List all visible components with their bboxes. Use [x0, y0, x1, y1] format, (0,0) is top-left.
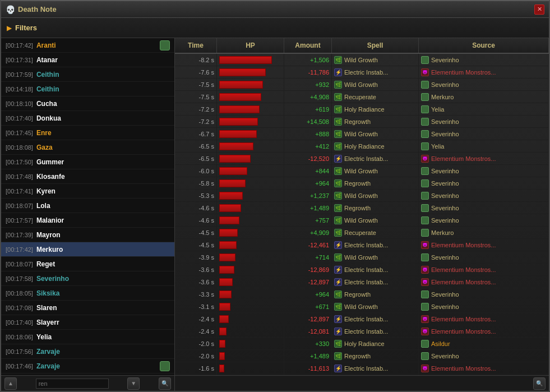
spell-icon: ⚡ — [334, 365, 342, 372]
main-content: [00:17:42]Aranti[00:17:31]Atanar[00:17:5… — [1, 38, 549, 375]
bottom-right-icon[interactable]: 🔍 — [533, 377, 546, 390]
player-name: Malanior — [36, 216, 64, 224]
player-row[interactable]: [00:17:45]Enre — [1, 126, 174, 140]
table-row[interactable]: -6.5 s-12,520⚡Electric Instab...👿Element… — [175, 153, 549, 165]
table-row[interactable]: -3.1 s+671🌿Wild GrowthSeverinho — [175, 301, 549, 313]
table-row[interactable]: -3.6 s-12,897⚡Electric Instab...👿Element… — [175, 276, 549, 288]
spell-name: Wild Growth — [344, 57, 378, 63]
event-time: -2.0 s — [175, 350, 217, 362]
player-name: Slaren — [36, 304, 57, 312]
table-row[interactable]: -7.5 s+932🌿Wild GrowthSeverinho — [175, 79, 549, 91]
event-amount: +888 — [284, 128, 332, 140]
table-row[interactable]: -4.5 s+4,909🌿RecuperateMerkuro — [175, 227, 549, 239]
table-row[interactable]: -6.5 s+412🌿Holy RadianceYelia — [175, 140, 549, 153]
player-row[interactable]: [00:18:05]Siksika — [1, 286, 174, 301]
player-time: [00:17:42] — [6, 42, 33, 49]
player-row[interactable]: [00:17:57]Malanior — [1, 213, 174, 228]
table-row[interactable]: -1.6 s-11,613⚡Electric Instab...👿Element… — [175, 362, 549, 375]
col-header-time: Time — [175, 38, 217, 53]
player-row[interactable]: [00:17:31]Atanar — [1, 53, 174, 67]
table-row[interactable]: -2.4 s-12,897⚡Electric Instab...👿Element… — [175, 313, 549, 325]
event-amount: -12,897 — [284, 313, 332, 325]
table-row[interactable]: -2.4 s-12,081⚡Electric Instab...👿Element… — [175, 325, 549, 338]
table-row[interactable]: -3.9 s+714🌿Wild GrowthSeverinho — [175, 251, 549, 264]
spell-name: Wild Growth — [344, 131, 378, 137]
event-hp-bar — [217, 214, 284, 226]
event-time: -7.6 s — [175, 66, 217, 78]
event-spell: ⚡Electric Instab... — [332, 362, 419, 374]
player-row[interactable]: [00:17:39]Mayron — [1, 228, 174, 242]
table-row[interactable]: -4.6 s+757🌿Wild GrowthSeverinho — [175, 214, 549, 227]
player-row[interactable]: [00:17:40]Donkua — [1, 111, 174, 126]
player-row[interactable]: [00:17:56]Zarvaje — [1, 344, 174, 359]
player-row[interactable]: [00:18:10]Cucha — [1, 96, 174, 111]
spell-icon: ⚡ — [334, 266, 342, 274]
bottom-left-icon[interactable]: 🔍 — [159, 377, 171, 390]
table-row[interactable]: -6.7 s+888🌿Wild GrowthSeverinho — [175, 128, 549, 140]
player-row[interactable]: [00:17:42]Aranti — [1, 38, 174, 53]
table-row[interactable]: -7.6 s-11,786⚡Electric Instab...👿Element… — [175, 66, 549, 79]
event-source: 👿Elementium Monstros... — [419, 153, 549, 164]
spell-icon: ⚡ — [334, 328, 342, 335]
table-row[interactable]: -5.8 s+964🌿RegrowthSeverinho — [175, 177, 549, 190]
table-row[interactable]: -4.6 s+1,489🌿RegrowthSeverinho — [175, 202, 549, 214]
spell-icon: 🌿 — [334, 118, 342, 126]
scroll-down-button[interactable]: ▼ — [127, 377, 140, 390]
table-row[interactable]: -2.0 s+330🌿Holy RadianceAsildur — [175, 338, 549, 350]
scroll-up-button[interactable]: ▲ — [4, 377, 17, 390]
table-row[interactable]: -3.3 s+964🌿RegrowthSeverinho — [175, 288, 549, 301]
event-spell: 🌿Wild Growth — [332, 165, 419, 177]
event-spell: ⚡Electric Instab... — [332, 153, 419, 164]
player-row[interactable]: [00:17:08]Slaren — [1, 301, 174, 315]
event-hp-bar — [217, 79, 284, 90]
player-time: [00:14:18] — [6, 86, 33, 93]
event-hp-bar — [217, 325, 284, 337]
spell-name: Electric Instab... — [344, 328, 388, 335]
player-row[interactable]: [00:17:42]Merkuro — [1, 242, 174, 257]
table-row[interactable]: -5.3 s+1,237🌿Wild GrowthSeverinho — [175, 190, 549, 202]
player-name: Yelia — [36, 333, 52, 341]
player-row[interactable]: [00:17:46]Zarvaje — [1, 359, 174, 373]
player-row[interactable]: [00:17:58]Severinho — [1, 271, 174, 286]
event-hp-bar — [217, 165, 284, 177]
player-row[interactable]: [00:17:59]Ceithin — [1, 67, 174, 82]
event-time: -7.5 s — [175, 79, 217, 90]
event-source: Severinho — [419, 251, 549, 263]
player-row[interactable]: [00:17:48]Klosanfe — [1, 169, 174, 184]
table-row[interactable]: -7.5 s+4,908🌿RecuperateMerkuro — [175, 91, 549, 103]
player-row[interactable]: [00:14:18]Ceithin — [1, 82, 174, 96]
spell-icon: 🌿 — [334, 56, 342, 64]
search-input[interactable] — [36, 379, 109, 389]
player-time: [00:18:10] — [6, 100, 33, 107]
player-time: [00:17:45] — [6, 130, 33, 136]
event-source: Severinho — [419, 202, 549, 214]
player-row[interactable]: [00:18:07]Reget — [1, 257, 174, 271]
table-row[interactable]: -2.0 s+1,489🌿RegrowthSeverinho — [175, 350, 549, 362]
player-name: Zarvaje — [36, 362, 60, 370]
spell-name: Electric Instab... — [344, 266, 388, 273]
close-button[interactable]: ✕ — [534, 4, 544, 15]
player-row[interactable]: [00:17:50]Gummer — [1, 155, 174, 169]
player-row[interactable]: [00:18:07]Lola — [1, 199, 174, 213]
event-amount: +619 — [284, 103, 332, 115]
event-source: Severinho — [419, 177, 549, 189]
table-row[interactable]: -7.2 s+14,508🌿RegrowthSeverinho — [175, 116, 549, 128]
player-row[interactable]: [00:18:06]Yelia — [1, 330, 174, 344]
player-row[interactable]: [00:18:08]Gaza — [1, 140, 174, 155]
table-row[interactable]: -7.2 s+619🌿Holy RadianceYelia — [175, 103, 549, 116]
player-row[interactable]: [00:17:40]Slayerr — [1, 315, 174, 330]
event-table-body[interactable]: -8.2 s+1,506🌿Wild GrowthSeverinho-7.6 s-… — [175, 54, 549, 375]
spell-icon: 🌿 — [334, 204, 342, 212]
player-row[interactable]: [00:17:41]Kyren — [1, 184, 174, 199]
event-amount: +1,237 — [284, 190, 332, 201]
filters-bar[interactable]: ▶ Filters — [1, 18, 549, 38]
table-row[interactable]: -8.2 s+1,506🌿Wild GrowthSeverinho — [175, 54, 549, 66]
table-row[interactable]: -4.5 s-12,461⚡Electric Instab...👿Element… — [175, 239, 549, 251]
player-list[interactable]: [00:17:42]Aranti[00:17:31]Atanar[00:17:5… — [1, 38, 175, 375]
event-amount: +714 — [284, 251, 332, 263]
event-hp-bar — [217, 116, 284, 127]
table-row[interactable]: -6.0 s+844🌿Wild GrowthSeverinho — [175, 165, 549, 177]
spell-icon: 🌿 — [334, 142, 342, 150]
table-row[interactable]: -3.6 s-12,869⚡Electric Instab...👿Element… — [175, 264, 549, 276]
event-amount: -12,520 — [284, 153, 332, 164]
